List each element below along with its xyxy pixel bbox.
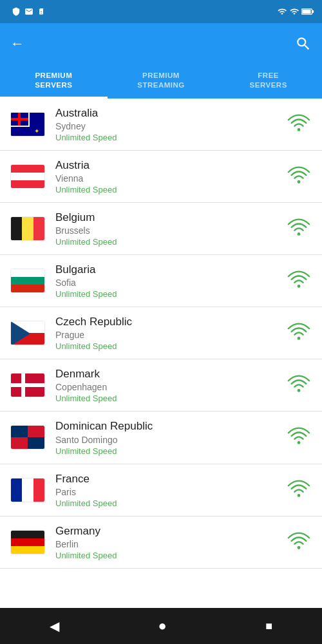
status-left	[8, 7, 45, 16]
battery-icon	[301, 8, 314, 15]
speed-label: Unlimited Speed	[55, 446, 286, 456]
connection-signal-icon	[286, 113, 312, 136]
connection-signal-icon	[286, 374, 312, 397]
city-name: Brussels	[55, 225, 286, 236]
country-info: Bulgaria Sofia Unlimited Speed	[55, 263, 286, 299]
tab-premium-servers[interactable]: PREMIUMSERVERS	[0, 64, 108, 99]
search-button[interactable]	[295, 35, 312, 52]
city-name: Berlin	[55, 539, 286, 549]
svg-point-11	[298, 546, 301, 549]
app-header: ←	[0, 23, 322, 64]
nav-recent-button[interactable]: ■	[265, 620, 272, 633]
bottom-navigation: ◀ ● ■	[0, 608, 322, 644]
country-name: Austria	[55, 158, 286, 173]
tabs-bar: PREMIUMSERVERS PREMIUMSTREAMING FREESERV…	[0, 64, 322, 99]
svg-rect-2	[312, 10, 314, 13]
connection-signal-icon	[286, 165, 312, 188]
country-flag-de	[10, 530, 45, 554]
list-item[interactable]: Germany Berlin Unlimited Speed	[0, 516, 322, 569]
tab-free-servers[interactable]: FREESERVERS	[214, 64, 322, 99]
country-info: Germany Berlin Unlimited Speed	[55, 524, 286, 560]
country-flag-fr	[10, 478, 45, 502]
country-info: Dominican Republic Santo Domingo Unlimit…	[55, 419, 286, 455]
svg-point-7	[298, 337, 301, 340]
location-list: ✦ Australia Sydney Unlimited Speed Austr…	[0, 99, 322, 608]
country-flag-cz	[10, 321, 45, 345]
svg-point-9	[298, 442, 301, 445]
country-name: Denmark	[55, 367, 286, 381]
country-info: Denmark Copenhagen Unlimited Speed	[55, 367, 286, 403]
connection-signal-icon	[286, 217, 312, 240]
country-name: Czech Republic	[55, 315, 286, 329]
city-name: Santo Domingo	[55, 435, 286, 445]
connection-signal-icon	[286, 321, 312, 345]
country-info: Czech Republic Prague Unlimited Speed	[55, 315, 286, 351]
city-name: Vienna	[55, 173, 286, 184]
country-name: Bulgaria	[55, 263, 286, 277]
svg-point-8	[298, 389, 301, 392]
connection-signal-icon	[286, 478, 312, 502]
country-info: Austria Vienna Unlimited Speed	[55, 158, 286, 194]
signal-icon	[290, 7, 299, 16]
list-item[interactable]: Austria Vienna Unlimited Speed	[0, 151, 322, 203]
speed-label: Unlimited Speed	[55, 551, 286, 560]
country-flag-au: ✦	[10, 112, 45, 137]
status-bar	[0, 0, 322, 23]
back-button[interactable]: ←	[10, 35, 24, 52]
sim-icon	[37, 7, 45, 16]
list-item[interactable]: Denmark Copenhagen Unlimited Speed	[0, 359, 322, 412]
svg-point-6	[298, 285, 301, 288]
country-flag-bg	[10, 269, 45, 293]
nav-back-button[interactable]: ◀	[50, 618, 59, 634]
speed-label: Unlimited Speed	[55, 393, 286, 403]
speed-label: Unlimited Speed	[55, 133, 286, 142]
shield-icon	[12, 7, 21, 16]
speed-label: Unlimited Speed	[55, 341, 286, 351]
connection-signal-icon	[286, 426, 312, 449]
city-name: Sydney	[55, 121, 286, 131]
country-flag-be	[10, 216, 45, 241]
list-item[interactable]: Belgium Brussels Unlimited Speed	[0, 203, 322, 255]
list-item[interactable]: Dominican Republic Santo Domingo Unlimit…	[0, 412, 322, 464]
city-name: Copenhagen	[55, 382, 286, 392]
status-right	[277, 7, 314, 16]
country-name: Dominican Republic	[55, 419, 286, 433]
svg-point-4	[298, 180, 301, 184]
connection-signal-icon	[286, 531, 312, 554]
country-name: Australia	[55, 106, 286, 120]
country-flag-dk	[10, 373, 45, 397]
speed-label: Unlimited Speed	[55, 237, 286, 247]
tab-premium-streaming[interactable]: PREMIUMSTREAMING	[108, 64, 215, 99]
country-name: Belgium	[55, 211, 286, 225]
list-item[interactable]: Bulgaria Sofia Unlimited Speed	[0, 255, 322, 307]
svg-point-10	[298, 494, 301, 497]
wifi-status-icon	[277, 7, 287, 16]
country-flag-do	[10, 425, 45, 450]
speed-label: Unlimited Speed	[55, 289, 286, 299]
list-item[interactable]: Czech Republic Prague Unlimited Speed	[0, 307, 322, 359]
svg-point-5	[298, 232, 301, 236]
speed-label: Unlimited Speed	[55, 498, 286, 508]
speed-label: Unlimited Speed	[55, 185, 286, 194]
list-item[interactable]: ✦ Australia Sydney Unlimited Speed	[0, 99, 322, 151]
svg-rect-1	[302, 10, 310, 14]
svg-point-3	[298, 128, 301, 131]
city-name: Sofia	[55, 278, 286, 288]
email-icon	[24, 7, 33, 16]
city-name: Prague	[55, 330, 286, 340]
nav-home-button[interactable]: ●	[158, 618, 166, 634]
country-info: Belgium Brussels Unlimited Speed	[55, 211, 286, 247]
city-name: Paris	[55, 487, 286, 497]
country-info: France Paris Unlimited Speed	[55, 472, 286, 508]
connection-signal-icon	[286, 269, 312, 292]
country-info: Australia Sydney Unlimited Speed	[55, 106, 286, 142]
country-name: Germany	[55, 524, 286, 538]
list-item[interactable]: France Paris Unlimited Speed	[0, 464, 322, 516]
country-name: France	[55, 472, 286, 486]
header-left: ←	[10, 35, 37, 52]
country-flag-at	[10, 164, 45, 189]
